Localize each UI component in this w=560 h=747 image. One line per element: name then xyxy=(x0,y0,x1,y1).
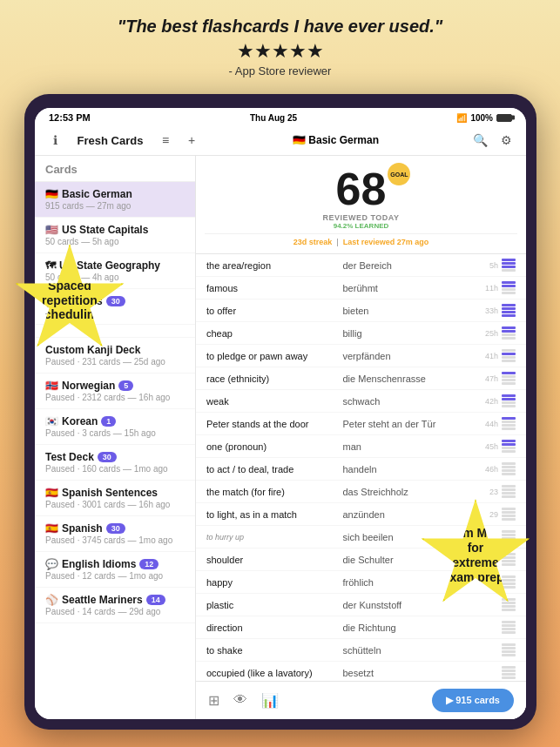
word-row: famous berühmt 11h xyxy=(196,277,526,299)
bar xyxy=(502,495,516,498)
bar xyxy=(502,650,516,653)
bar xyxy=(502,427,516,430)
sidebar-item-name: 💬 English Idioms 12 xyxy=(45,558,185,570)
status-right: 📶 100% xyxy=(456,113,512,123)
reviewer-text: - App Store reviewer xyxy=(35,64,525,77)
sidebar-item[interactable]: 🇩🇪 Basic German 915 cards — 27m ago xyxy=(35,182,195,218)
flag-icon: 💬 xyxy=(45,558,58,570)
word-english: plastic xyxy=(206,600,343,610)
sidebar-item[interactable]: Test Deck 30 Paused · 160 cards — 1mo ag… xyxy=(35,445,195,481)
word-bars xyxy=(502,259,516,272)
sidebar-item[interactable]: 🇪🇸 Spanish 30 Paused · 3745 cards — 1mo … xyxy=(35,516,195,552)
bar xyxy=(502,666,516,669)
word-num: 5h xyxy=(479,261,498,270)
word-german: besetzt xyxy=(343,668,480,678)
sidebar-item[interactable]: 🇰🇷 Korean 1 Paused · 3 cards — 15h ago xyxy=(35,409,195,445)
list-icon[interactable]: ≡ xyxy=(156,131,175,150)
bar xyxy=(502,398,516,400)
item-label: Seattle Mariners xyxy=(62,594,143,606)
badge: 12 xyxy=(139,559,159,569)
battery-label: 100% xyxy=(470,113,493,123)
cram-badge-text: Cram Modeforextremeexam prep! xyxy=(419,499,532,612)
item-label: Spanish Sentences xyxy=(62,487,158,499)
bar xyxy=(502,492,516,495)
bar xyxy=(502,330,516,333)
sidebar-item[interactable]: ⚾ Seattle Mariners 14 Paused · 14 cards … xyxy=(35,588,195,623)
item-meta: Paused · 3745 cards — 1mo ago xyxy=(45,535,185,545)
bottom-bar: ⊞ 👁 📊 ▶ 915 cards xyxy=(196,681,526,719)
toolbar: ℹ Fresh Cards ≡ + 🇩🇪 Basic German 🔍 ⚙ xyxy=(35,125,526,156)
word-bars xyxy=(502,417,516,430)
sidebar-item-name: ⚾ Seattle Mariners 14 xyxy=(45,594,185,606)
item-label: Spanish xyxy=(62,522,103,535)
word-bars xyxy=(502,349,516,362)
word-num: 47h xyxy=(479,374,498,383)
word-german: man xyxy=(343,441,480,452)
word-list: the area/region der Bereich 5h famous be… xyxy=(196,254,526,681)
bar xyxy=(502,443,516,446)
chart-icon[interactable]: 📊 xyxy=(261,692,279,709)
word-row: one (pronoun) man 45h xyxy=(196,435,526,458)
bar xyxy=(502,259,516,261)
cram-mode-badge: Cram Modeforextremeexam prep! xyxy=(419,499,532,612)
word-german: die Richtung xyxy=(343,622,480,633)
word-bars xyxy=(502,326,516,340)
bar xyxy=(502,304,516,306)
bar xyxy=(502,394,516,397)
sidebar-item[interactable]: 🇪🇸 Spanish Sentences Paused · 3001 cards… xyxy=(35,481,195,516)
word-row: to pledge or pawn away verpfänden 41h xyxy=(196,345,526,367)
word-english: to offer xyxy=(206,306,343,316)
screen: 12:53 PM Thu Aug 25 📶 100% ℹ Fresh Cards… xyxy=(35,108,526,719)
word-english: to act / to deal, trade xyxy=(206,464,343,474)
item-meta: Paused · 160 cards — 1mo ago xyxy=(45,464,185,474)
bar xyxy=(502,466,516,468)
word-german: die Menschenrasse xyxy=(343,374,480,384)
item-label: Test Deck xyxy=(45,451,94,463)
study-button[interactable]: ▶ 915 cards xyxy=(432,689,514,712)
learned-label: 94.2% LEARNED xyxy=(205,222,517,230)
item-meta: Paused · 2312 cards — 16h ago xyxy=(45,393,185,402)
sidebar-item[interactable]: 💬 English Idioms 12 Paused · 12 cards — … xyxy=(35,552,195,588)
wifi-icon: 📶 xyxy=(456,113,467,123)
sidebar-item-name: 🇺🇸 US State Capitals xyxy=(45,224,185,236)
bar xyxy=(502,643,516,646)
bar xyxy=(502,647,516,649)
word-row: direction die Richtung xyxy=(196,616,526,639)
last-reviewed: Last reviewed 27m ago xyxy=(343,238,429,246)
word-german: handeln xyxy=(343,464,480,474)
info-icon[interactable]: ℹ xyxy=(45,131,64,150)
bar xyxy=(502,281,516,284)
item-label: Basic German xyxy=(62,188,132,200)
stats-section: 68 GOAL REVIEWED TODAY 94.2% LEARNED 23d… xyxy=(196,156,526,254)
sidebar-item[interactable]: 🇳🇴 Norwegian 5 Paused · 2312 cards — 16h… xyxy=(35,374,195,409)
bar xyxy=(502,333,516,336)
word-english: occupied (like a lavatory) xyxy=(206,668,343,678)
word-row: cheap billig 25h xyxy=(196,322,526,345)
bar xyxy=(502,379,516,381)
bar xyxy=(502,654,516,656)
word-english: Peter stands at the door xyxy=(206,419,343,429)
eye-icon[interactable]: 👁 xyxy=(233,692,247,709)
badge: 5 xyxy=(118,380,133,391)
deck-title: 🇩🇪 Basic German xyxy=(293,134,379,146)
word-english: happy xyxy=(206,577,343,588)
word-num: 42h xyxy=(479,397,498,406)
bar xyxy=(502,314,516,317)
settings-icon[interactable]: ⚙ xyxy=(496,131,516,150)
word-german: bieten xyxy=(343,306,480,316)
sidebar-item-name: 🇰🇷 Korean 1 xyxy=(45,415,185,427)
word-rows-container: the area/region der Bereich 5h famous be… xyxy=(196,254,526,681)
search-icon[interactable]: 🔍 xyxy=(470,131,489,150)
sidebar: Cards 🇩🇪 Basic German 915 cards — 27m ag… xyxy=(35,156,196,719)
word-english: to shake xyxy=(206,645,343,656)
add-icon[interactable]: + xyxy=(182,131,201,150)
goal-badge: GOAL xyxy=(388,163,410,185)
badge: 14 xyxy=(146,595,165,605)
bar xyxy=(502,360,516,362)
bar xyxy=(502,382,516,385)
cards-view-icon[interactable]: ⊞ xyxy=(208,692,219,709)
word-num: 44h xyxy=(479,420,498,428)
word-num: 45h xyxy=(479,442,498,451)
word-german: der Bereich xyxy=(343,260,480,271)
word-row: occupied (like a lavatory) besetzt xyxy=(196,662,526,681)
